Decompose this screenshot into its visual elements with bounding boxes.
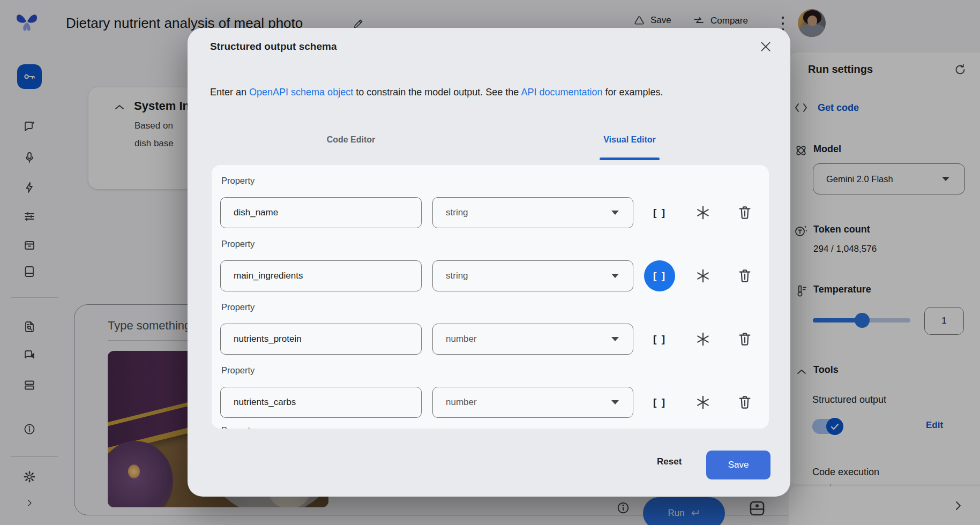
tab-code-editor[interactable]: Code Editor [271,135,431,145]
tab-visual-editor[interactable]: Visual Editor [549,135,710,145]
active-tab-underline [600,158,660,160]
desc-middle: to constrain the model output. See the [353,87,521,98]
property-name-input[interactable] [220,260,422,291]
property-label: Property [221,239,255,249]
reset-button[interactable]: Reset [657,456,682,467]
array-toggle-button[interactable]: [ ] [644,387,675,418]
app-root: Dietary nutrient analysis of meal photo … [0,0,980,525]
property-type-select[interactable]: string [432,197,633,228]
modal-title: Structured output schema [210,41,336,52]
array-toggle-button[interactable]: [ ] [644,197,675,228]
delete-property-icon[interactable] [737,331,753,347]
delete-property-icon[interactable] [737,394,753,410]
property-type-select[interactable]: number [432,324,633,355]
property-type-value: string [446,271,468,281]
delete-property-icon[interactable] [737,268,753,284]
chevron-down-icon [611,400,619,404]
structured-output-modal: Structured output schema Enter an OpenAP… [188,28,790,497]
property-label: Property [221,302,255,312]
property-type-value: string [446,207,468,218]
property-type-select[interactable]: string [432,260,633,291]
required-asterisk-icon[interactable] [695,268,711,284]
chevron-down-icon [611,337,619,341]
modal-description: Enter an OpenAPI schema object to constr… [210,87,663,98]
property-label: Property [221,176,255,186]
property-name-input[interactable] [220,197,422,228]
property-type-value: number [446,334,477,344]
desc-prefix: Enter an [210,87,249,98]
array-toggle-button-active[interactable]: [ ] [644,260,675,291]
property-label-clipped: Property [221,425,255,429]
property-type-value: number [446,397,477,408]
openapi-schema-link[interactable]: OpenAPI schema object [249,87,353,98]
required-asterisk-icon[interactable] [695,331,711,347]
required-asterisk-icon[interactable] [695,205,711,221]
chevron-down-icon [611,274,619,278]
property-label: Property [221,365,255,376]
modal-save-button[interactable]: Save [706,451,770,479]
chevron-down-icon [611,211,619,215]
array-toggle-button[interactable]: [ ] [644,324,675,355]
property-name-input[interactable] [220,387,422,418]
api-documentation-link[interactable]: API documentation [521,87,602,98]
delete-property-icon[interactable] [737,205,753,221]
property-name-input[interactable] [220,324,422,355]
desc-suffix: for examples. [602,87,663,98]
required-asterisk-icon[interactable] [695,394,711,410]
property-type-select[interactable]: number [432,387,633,418]
close-icon[interactable] [759,40,773,54]
schema-properties-panel: Property string [ ] Property string [ ] [212,165,769,429]
